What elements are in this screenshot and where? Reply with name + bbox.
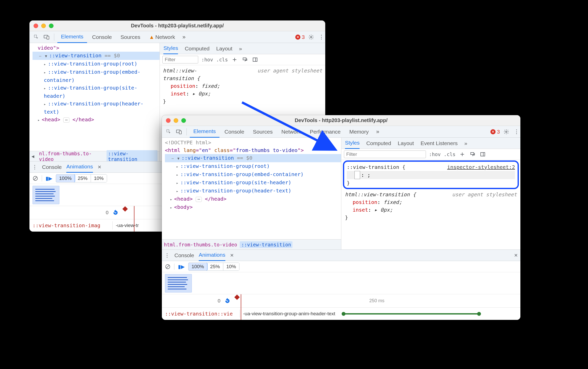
zoom-dot[interactable] [181,118,186,123]
dom-body[interactable]: ▸<body> [165,203,341,211]
anim-track[interactable]: ::view-transition::vie -ua-view-transiti… [162,308,520,320]
panel-toggle-icon[interactable] [251,57,259,62]
styles-more-icon[interactable]: » [239,46,242,52]
crumb-html[interactable]: nl.from-thumbs.to-video [39,151,104,161]
cls-toggle[interactable]: .cls [216,57,228,62]
styles-filter[interactable] [344,150,426,158]
drawer-kebab-icon[interactable]: ⋮ [32,164,37,170]
tab-elements[interactable]: Elements [190,126,219,138]
settings-icon[interactable] [503,129,511,135]
speed-10[interactable]: 10% [223,263,239,270]
dom-selected-node[interactable]: ⋯ ▼::view-transition == $0 [33,52,160,60]
paint-icon[interactable] [469,152,476,157]
dom-group-embed[interactable]: ▸::view-transition-group(embed-container… [165,170,341,179]
replay-icon[interactable] [225,298,230,304]
hov-toggle[interactable]: :hov [201,57,213,62]
tab-memory[interactable]: Memory [346,126,372,138]
clear-icon[interactable] [165,264,171,269]
more-tabs-icon[interactable]: » [374,128,382,135]
kebab-icon[interactable]: ⋮ [318,34,325,40]
anim-ruler[interactable]: 0 250 ms [162,294,520,308]
tab-layout[interactable]: Layout [398,138,414,149]
tab-close-icon[interactable]: ✕ [98,164,101,170]
crumb-selected[interactable]: ::view-transition [240,241,292,248]
inspect-icon[interactable] [32,33,41,41]
dtab-console[interactable]: Console [42,161,62,173]
replay-icon[interactable] [113,210,118,215]
drawer-close-icon[interactable]: ✕ [514,253,518,258]
dom-group-site-header[interactable]: ▸::view-transition-group(site-header) [165,179,341,187]
breadcrumb[interactable]: html.from-thumbs.to-video ::view-transit… [162,239,341,249]
settings-icon[interactable] [308,34,316,40]
new-rule-icon[interactable] [231,57,238,62]
speed-100[interactable]: 100% [188,263,207,271]
anim-thumb[interactable] [165,274,192,292]
inspect-icon[interactable] [164,127,173,136]
cls-toggle[interactable]: .cls [444,151,456,157]
dom-tree[interactable]: <!DOCTYPE html> <html lang="en" class="f… [162,138,341,239]
zoom-dot[interactable] [49,24,54,28]
property-edit-input[interactable] [354,171,360,179]
new-rule-icon[interactable] [459,152,466,157]
dom-group-header-text[interactable]: ▸::view-transition-group(header- [33,100,160,108]
speed-100[interactable]: 100% [56,174,75,182]
more-tabs-icon[interactable]: » [180,34,188,40]
tab-layout[interactable]: Layout [216,43,232,54]
crumb-left-icon[interactable]: ◀ [32,154,36,159]
tab-close-icon[interactable]: ✕ [230,253,234,258]
dom-group-header-text[interactable]: ▸::view-transition-group(header-text) [165,187,341,195]
speed-25[interactable]: 25% [207,263,223,270]
dom-group-root[interactable]: ▸::view-transition-group(root) [33,60,160,68]
tab-elements[interactable]: Elements [57,31,87,43]
breadcrumb[interactable]: ◀ nl.from-thumbs.to-video ::view-transit… [29,151,160,161]
crumb-selected[interactable]: ::view-transition [107,150,158,161]
close-dot[interactable] [34,24,38,28]
paint-icon[interactable] [241,57,248,62]
play-icon[interactable]: ▮▶ [46,175,52,181]
kebab-icon[interactable]: ⋮ [513,128,520,135]
anim-thumb[interactable] [33,186,59,204]
dom-selected-node[interactable]: ⋯ ▼::view-transition == $0 [165,154,341,162]
close-dot[interactable] [166,118,171,123]
dtab-console[interactable]: Console [174,250,194,261]
tab-computed[interactable]: Computed [366,138,391,149]
dom-head[interactable]: ▸<head> ⋯ </head> [33,116,160,124]
tab-styles[interactable]: Styles [163,43,178,54]
styles-more-icon[interactable]: » [464,140,467,146]
tab-console[interactable]: Console [89,31,116,43]
rules-list[interactable]: ::view-transition {inspector-stylesheet:… [341,160,520,222]
clear-icon[interactable] [33,176,38,181]
dtab-animations[interactable]: Animations [66,161,93,173]
dom-tree[interactable]: video"> ⋯ ▼::view-transition == $0 ▸::vi… [29,43,160,151]
dtab-animations[interactable]: Animations [199,250,225,261]
dom-group-site-header[interactable]: ▸::view-transition-group(site- [33,84,160,92]
error-badge[interactable]: ✕ 3 [293,34,307,40]
minimize-dot[interactable] [41,24,46,28]
drawer-kebab-icon[interactable]: ⋮ [164,252,170,258]
tab-computed[interactable]: Computed [185,43,209,54]
device-toggle-icon[interactable] [42,33,51,41]
keyframe-diamond[interactable] [234,294,239,300]
dom-group-embed[interactable]: ▸::view-transition-group(embed- [33,68,160,76]
tab-sources[interactable]: Sources [117,31,144,43]
anim-duration-bar[interactable] [343,313,479,314]
stylesheet-link[interactable]: inspector-stylesheet:2 [447,163,515,171]
tab-styles[interactable]: Styles [345,138,360,149]
tab-event-listeners[interactable]: Event Listeners [421,138,458,149]
device-toggle-icon[interactable] [175,127,183,136]
playhead-line[interactable] [134,206,134,232]
tab-network[interactable]: ▲ Network [145,31,179,43]
playhead-line[interactable] [241,294,241,320]
speed-25[interactable]: 25% [75,175,91,182]
styles-filter[interactable] [162,56,198,63]
hov-toggle[interactable]: :hov [429,151,441,157]
play-icon[interactable]: ▮▶ [178,264,185,270]
keyframe-diamond[interactable] [122,206,128,211]
speed-10[interactable]: 10% [91,175,107,182]
crumb-html[interactable]: html.from-thumbs.to-video [164,242,237,247]
dom-head[interactable]: ▸<head> ⋯ </head> [165,195,341,203]
error-badge[interactable]: ✕ 3 [488,129,502,135]
minimize-dot[interactable] [174,118,178,123]
panel-toggle-icon[interactable] [479,152,486,157]
dom-group-root[interactable]: ▸::view-transition-group(root) [165,162,341,170]
